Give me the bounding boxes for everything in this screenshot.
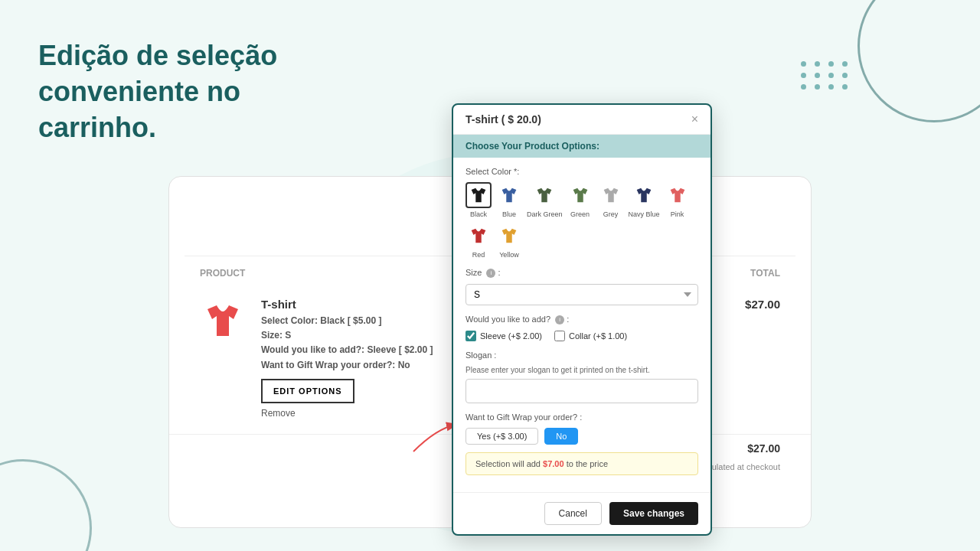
color-option-darkgreen[interactable]: Dark Green (527, 182, 563, 218)
size-select[interactable]: S M L XL (466, 284, 698, 305)
color-field-label: Select Color *: (466, 167, 698, 176)
slogan-field-label: Slogan : (466, 350, 698, 360)
bg-circle-bottom-left (0, 459, 92, 551)
color-option-blue[interactable]: Blue (496, 182, 522, 218)
modal-section-header: Choose Your Product Options: (453, 135, 710, 158)
collar-checkbox[interactable] (554, 331, 565, 341)
giftwrap-yes-button[interactable]: Yes (+$ 3.00) (466, 428, 538, 445)
size-info-icon: i (486, 269, 495, 278)
add-detail: Would you like to add?: Sleeve [ $2.00 ] (261, 344, 433, 355)
collar-label: Collar (+$ 1.00) (569, 331, 627, 341)
color-option-red[interactable]: Red (466, 223, 492, 259)
heading-line1: Edição de seleção conveniente no (38, 40, 277, 107)
bg-circle-top-right (858, 0, 980, 122)
color-label-black: Black (470, 210, 487, 218)
giftwrap-detail: Want to Gift Wrap your order?: No (261, 360, 410, 370)
price-notice: Selection will add $7.00 to the price (466, 452, 698, 475)
edit-options-button[interactable]: EDIT OPTIONS (261, 379, 354, 403)
color-option-pink[interactable]: Pink (665, 182, 691, 218)
modal-title: T-shirt ( $ 20.0) (466, 113, 541, 126)
add-options-checkboxes: Sleeve (+$ 2.00) Collar (+$ 1.00) (466, 331, 698, 341)
color-option-grey[interactable]: Grey (598, 182, 624, 218)
price-notice-after: to the price (564, 459, 608, 468)
cancel-button[interactable]: Cancel (544, 502, 602, 525)
size-field: Size i : S M L XL (466, 268, 698, 305)
product-options-modal[interactable]: T-shirt ( $ 20.0) × Choose Your Product … (452, 103, 712, 536)
add-options-label: Would you like to add? i : (466, 315, 698, 324)
color-label-yellow: Yellow (499, 251, 519, 259)
sleeve-label: Sleeve (+$ 2.00) (480, 331, 542, 341)
color-option-navyblue[interactable]: Navy Blue (629, 182, 660, 218)
color-option-green[interactable]: Green (567, 182, 593, 218)
color-options: Black Blue Dark Green (466, 182, 698, 259)
modal-footer: Cancel Save changes (453, 492, 710, 534)
cart-product-total: $27.00 (734, 298, 780, 311)
slogan-field: Slogan : Please enter your slogan to get… (466, 350, 698, 403)
add-options-field: Would you like to add? i : Sleeve (+$ 2.… (466, 315, 698, 341)
total-column-header: TOTAL (750, 268, 780, 279)
tshirt-image (200, 298, 246, 344)
color-label-darkgreen: Dark Green (527, 210, 563, 218)
slogan-input[interactable] (466, 379, 698, 403)
color-label-grey: Grey (603, 210, 619, 218)
color-label-navyblue: Navy Blue (629, 210, 660, 218)
color-label: Select Color: Black [ $5.00 ] (261, 315, 381, 326)
slogan-description: Please enter your slogan to get it print… (466, 366, 698, 374)
page-heading: Edição de seleção conveniente no carrinh… (38, 38, 360, 145)
modal-header: T-shirt ( $ 20.0) × (453, 105, 710, 135)
summary-total-value: $27.00 (734, 442, 780, 455)
size-detail: Size: S (261, 330, 291, 341)
color-option-yellow[interactable]: Yellow (496, 223, 522, 259)
giftwrap-no-button[interactable]: No (544, 428, 578, 445)
modal-close-button[interactable]: × (691, 112, 698, 126)
sleeve-checkbox-label[interactable]: Sleeve (+$ 2.00) (466, 331, 542, 341)
heading-line2: carrinho. (38, 112, 156, 143)
product-column-header: PRODUCT (200, 268, 245, 279)
save-changes-button[interactable]: Save changes (609, 502, 698, 525)
add-info-icon: i (555, 315, 564, 324)
collar-checkbox-label[interactable]: Collar (+$ 1.00) (554, 331, 627, 341)
price-notice-before: Selection will add (475, 459, 543, 468)
color-label-pink: Pink (671, 210, 684, 218)
color-label-green: Green (570, 210, 590, 218)
sleeve-checkbox[interactable] (466, 331, 476, 341)
size-field-label: Size i : (466, 268, 698, 278)
giftwrap-options: Yes (+$ 3.00) No (466, 428, 698, 445)
color-label-blue: Blue (502, 210, 516, 218)
color-option-black[interactable]: Black (466, 182, 492, 218)
bg-dots (801, 61, 850, 90)
color-label-red: Red (472, 251, 485, 259)
giftwrap-label: Want to Gift Wrap your order? : (466, 412, 698, 422)
giftwrap-field: Want to Gift Wrap your order? : Yes (+$ … (466, 412, 698, 445)
modal-body: Select Color *: Black Blue (453, 158, 710, 492)
price-notice-amount: $7.00 (543, 459, 564, 468)
